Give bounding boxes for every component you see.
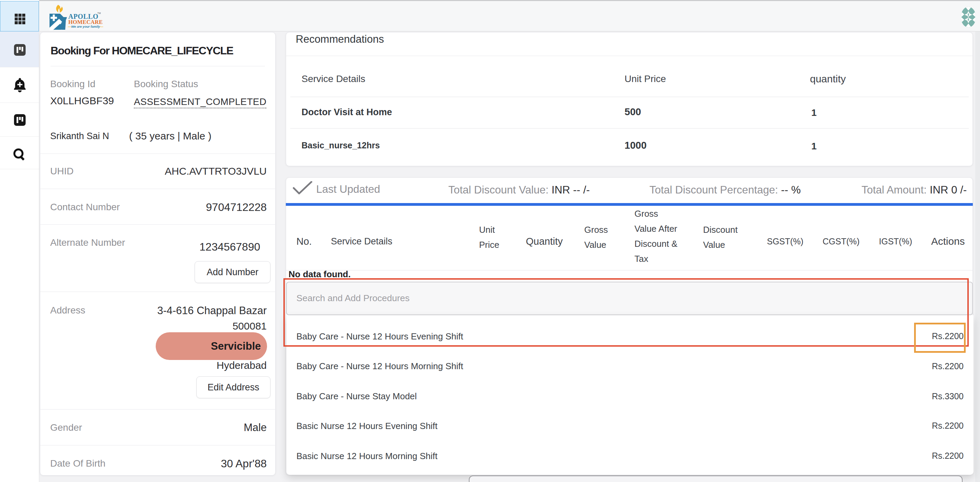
svg-text:TM: TM — [97, 12, 101, 14]
svg-text:—We are your family—: —We are your family— — [68, 25, 103, 29]
